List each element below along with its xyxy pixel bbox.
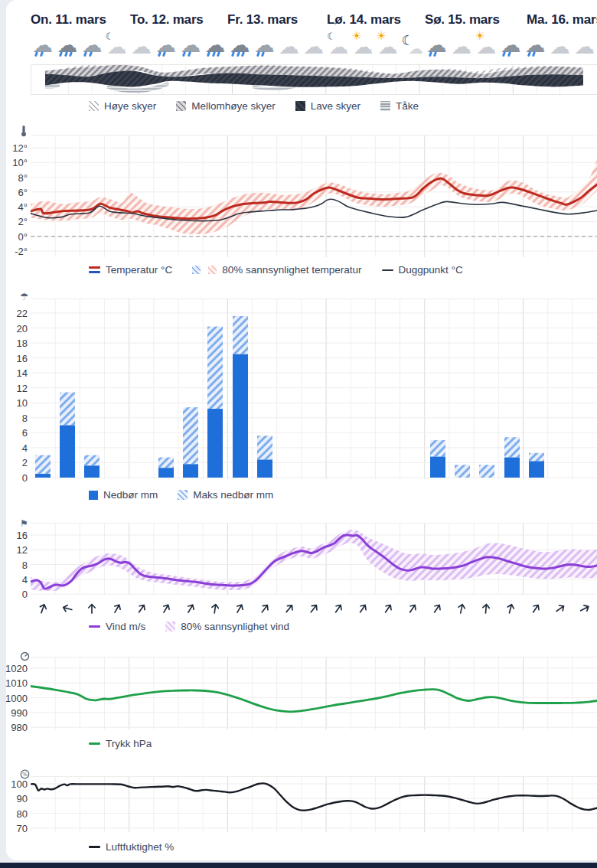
y-axis-tick: 6 [0, 427, 28, 439]
chart-unit-thermo-icon [20, 125, 31, 136]
weather-symbol-cloud-icon: ☁ [449, 34, 474, 60]
rain-drops [503, 51, 510, 57]
wind-direction-arrow-icon [157, 599, 176, 618]
y-axis-tick: 980 [0, 722, 28, 733]
wind-direction-arrow-icon [403, 599, 422, 618]
legend-label: Trykk hPa [106, 738, 152, 749]
weather-symbol-dark-rain-icon: ☁ [524, 34, 548, 60]
chart-wind [31, 523, 597, 595]
chart-temperature [31, 135, 597, 257]
legend-temperature: Temperatur °C80% sannsynlighet temperatu… [0, 264, 597, 276]
chart-unit-percent-icon: % [20, 769, 31, 781]
legend-item: Duggpunkt °C [382, 264, 463, 276]
rain-drops [232, 51, 244, 57]
band-pink-swatch-icon [208, 266, 217, 274]
y-axis-tick: 12 [0, 383, 28, 394]
y-axis-tick: 1020 [0, 663, 28, 674]
rain-drops [257, 51, 264, 57]
legend-label: Luftfuktighet % [106, 841, 174, 853]
legend-item: Maks nedbør mm [178, 489, 273, 501]
day-label: On. 11. mars [31, 12, 106, 28]
wind-line-icon [89, 625, 100, 628]
plot-humidity [31, 776, 597, 832]
pressure-line-icon [89, 742, 100, 745]
wind-direction-arrow-icon [329, 599, 348, 618]
y-axis-tick: 2 [0, 457, 28, 468]
legend-item: Trykk hPa [89, 738, 152, 749]
weather-symbol-rain-icon: ☁ [178, 34, 203, 60]
dewpoint-line-icon [382, 269, 393, 271]
day-label: Ma. 16. mars [527, 12, 597, 28]
y-axis-tick: 6° [0, 187, 28, 198]
sw-hatch-hoye-swatch-icon [89, 101, 99, 111]
y-axis-tick: 70 [0, 823, 28, 834]
legend-wind: Vind m/s80% sannsynlighet vind [0, 621, 597, 632]
weather-symbol-cloud-icon: ☁ [302, 34, 326, 60]
wind-direction-arrow-icon [107, 599, 126, 618]
rain-drops [158, 51, 165, 57]
legend-label: Maks nedbør mm [193, 489, 273, 501]
weather-symbol-rain-icon: ☁ [154, 34, 178, 60]
rain-drops [35, 51, 42, 57]
y-axis-tick: 10 [0, 397, 28, 409]
rain-drops [429, 51, 436, 57]
weather-symbol-heavy-rain-icon: ☁ [203, 34, 227, 60]
meteogram-content: On. 11. marsTo. 12. marsFr. 13. marsLø. … [0, 0, 597, 868]
wind-direction-arrow-icon [576, 599, 594, 618]
legend-precipitation: Nedbør mmMaks nedbør mm [0, 489, 597, 501]
bottom-bar [0, 863, 597, 868]
plot-wind [31, 523, 597, 595]
day-label: Sø. 15. mars [425, 12, 500, 28]
weather-symbol-cloud-icon: ☁ [548, 34, 573, 60]
weather-symbol-moon-cloud-icon: ☾☁ [105, 34, 129, 60]
temperature-legend-icon [89, 266, 100, 273]
legend-label: 80% sannsynlighet temperatur [222, 264, 361, 276]
weather-symbol-heavy-rain-icon: ☁ [55, 34, 80, 60]
weather-symbol-cloud-icon: ☁ [573, 34, 597, 60]
wind-direction-arrow-icon [354, 599, 373, 618]
y-axis-tick: 4 [0, 442, 28, 454]
legend-item: 80% sannsynlighet temperatur [192, 264, 361, 276]
legend-humidity: Luftfuktighet % [0, 841, 597, 853]
weather-symbol-dark-rain-icon: ☁ [498, 34, 523, 60]
humidity-line-icon [89, 846, 100, 848]
legend-item: Tåke [380, 100, 419, 112]
legend-item: Mellomhøye skyer [176, 100, 276, 112]
y-axis-tick: 8° [0, 172, 28, 184]
sw-hatch-mellom-swatch-icon [176, 101, 186, 111]
chart-pressure [31, 657, 597, 729]
rain-drops [207, 51, 220, 57]
rain-drops [183, 51, 190, 57]
plot-precipitation [31, 299, 597, 479]
sw-fill-taake-swatch-icon [380, 101, 390, 111]
y-axis-tick: 990 [0, 707, 28, 719]
legend-label: Tåke [396, 100, 419, 112]
legend-label: Nedbør mm [103, 489, 158, 501]
rain-drops [60, 51, 72, 57]
y-axis-tick: 4 [0, 574, 28, 586]
weather-symbol-rain-icon: ☁ [80, 34, 104, 60]
weather-symbol-moon-cloud-icon: ☾☁ [326, 34, 351, 60]
y-axis-tick: 14 [0, 367, 28, 379]
y-axis-tick: 0° [0, 231, 28, 243]
legend-item: Nedbør mm [89, 489, 158, 501]
y-axis-tick: 0 [0, 589, 28, 600]
plot-pressure [31, 657, 597, 729]
y-axis-tick: 12 [0, 544, 28, 556]
weather-symbol-cloud-icon: ☁ [277, 34, 302, 60]
chart-unit-gauge-icon [20, 651, 31, 663]
y-axis-tick: 8 [0, 413, 28, 424]
legend-label: 80% sannsynlighet vind [181, 621, 289, 632]
y-axis-tick: 90 [0, 793, 28, 804]
weather-symbol-moon-fair-icon: ☾☁ [400, 34, 425, 60]
y-axis-tick: 12° [0, 142, 28, 154]
legend-item: Høye skyer [89, 100, 156, 112]
wind-direction-arrow-icon [478, 601, 494, 616]
y-axis-tick: 20 [0, 323, 28, 334]
y-axis-tick: 16 [0, 530, 28, 541]
wind-direction-arrow-icon [85, 602, 99, 615]
y-axis-tick: 1000 [0, 693, 28, 704]
wind-direction-arrow-icon [132, 599, 151, 618]
day-label: Fr. 13. mars [227, 12, 298, 28]
day-label: To. 12. mars [130, 12, 204, 28]
